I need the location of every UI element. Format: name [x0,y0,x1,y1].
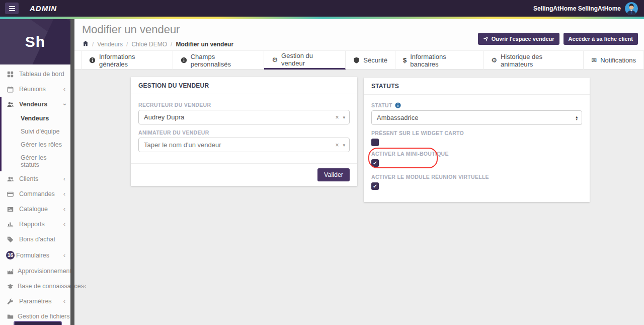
sidebar-item-tableau-de-bord[interactable]: Tableau de bord [0,67,70,82]
hamburger-menu-icon[interactable] [5,3,19,14]
toggle-activer-le-module-r-union-virtuelle: ACTIVER LE MODULE RÉUNION VIRTUELLE✔ [371,174,582,190]
status-select[interactable]: Ambassadrice ▴▾ [371,110,582,125]
checkmark-icon: ✔ [373,184,377,189]
tab-champs-personnalis-s[interactable]: Champs personnalisés [173,51,265,70]
sidebar-item-label: Formulaires [16,252,63,259]
animator-select[interactable]: Taper le nom d'un vendeur × ▾ [138,138,350,152]
toggle-pr-sent-sur-le-widget-carto: PRÉSENT SUR LE WIDGET CARTO [371,130,582,146]
person-avatar-icon [625,2,638,15]
info-icon[interactable] [395,102,401,108]
sidebar-menu: Tableau de bordRéunions‹Vendeurs‹Vendeur… [0,64,70,324]
factory-icon [7,268,14,275]
sidebar-item-rapports[interactable]: Rapports‹ [0,217,70,232]
status-label: STATUT [371,102,392,108]
sidebar-subitem-vendeurs[interactable]: Vendeurs [2,112,70,125]
tab-bar: Informations généralesChamps personnalis… [74,50,644,70]
sidebar: Sh Tableau de bordRéunions‹Vendeurs‹Vend… [0,19,70,325]
users-icon [7,176,15,182]
toggle-label: ACTIVER LA MINI-BOUTIQUE [371,151,582,157]
statuses-card: STATUTS STATUT Ambassadrice ▴▾ PRÉSENT S… [364,78,590,202]
gear-icon: ⚙ [491,57,497,63]
sidebar-item-clients[interactable]: Clients‹ [0,171,70,186]
tab-label: Notifications [600,56,636,64]
tab-informations-bancaires[interactable]: $Informations bancaires [395,51,484,70]
grid-icon [7,71,15,78]
top-navbar: ADMIN SellingAtHome SellingAtHome [0,0,644,17]
sidebar-item-label: Commandes [19,190,63,198]
tab-gestion-du-vendeur[interactable]: ⚙Gestion du vendeur [264,51,346,70]
credit-card-icon [7,191,15,198]
tab-label: Sécurité [363,56,387,64]
checkmark-icon: ✔ [373,161,377,166]
checkbox-checked[interactable]: ✔ [371,182,379,190]
recruiter-select[interactable]: Audrey Dupra × ▾ [138,110,350,124]
recruiter-label: RECRUTEUR DU VENDEUR [138,102,350,108]
chevron-left-icon: ‹ [63,222,65,227]
sidebar-subitem-g-rer-les-r-les[interactable]: Gérer les rôles [2,138,70,151]
sidebar-item-formulaires[interactable]: 16Formulaires‹ [0,247,70,264]
sidebar-bottom-button[interactable] [14,321,62,325]
toggle-label: ACTIVER LE MODULE RÉUNION VIRTUELLE [371,174,582,180]
breadcrumb-vendor-name[interactable]: Chloé DEMO [131,41,167,48]
folder-icon [7,313,14,320]
sidebar-item-base-de-connaissances[interactable]: Base de connaissances‹ [0,279,70,294]
sidebar-item-label: Catalogue [19,206,63,213]
users-icon [7,101,15,108]
chevron-left-icon: ‹ [63,299,65,304]
access-client-file-button[interactable]: Accéder à sa fiche client [564,33,638,45]
breadcrumb-vendeurs[interactable]: Vendeurs [97,41,123,48]
chevron-left-icon: ‹ [63,87,65,92]
paper-plane-icon [483,36,489,42]
user-name[interactable]: SellingAtHome SellingAtHome [533,5,621,12]
toggles-container: PRÉSENT SUR LE WIDGET CARTOACTIVER LA MI… [371,130,582,190]
clear-icon[interactable]: × [335,142,339,149]
sidebar-item-approvisionnement[interactable]: Approvisionnement‹ [0,264,70,279]
clear-icon[interactable]: × [335,114,339,121]
card-title: STATUTS [364,78,590,95]
sidebar-item-label: Gestion de fichiers [18,313,70,320]
logo-text: Sh [25,33,45,50]
checkbox-checked[interactable]: ✔ [371,159,379,167]
sidebar-item-label: Réunions [19,86,63,93]
app-logo[interactable]: Sh [0,19,70,64]
user-avatar[interactable] [625,2,638,15]
tag-icon [7,236,15,243]
tab-notifications[interactable]: ✉Notifications [584,51,644,70]
open-vendor-space-button[interactable]: Ouvrir l'espace vendeur [478,33,559,45]
sidebar-item-label: Bons d'achat [19,236,65,243]
dollar-icon: $ [403,57,407,63]
home-icon[interactable] [83,40,89,48]
main-content: Modifier un vendeur / Vendeurs / Chloé D… [74,19,644,325]
sidebar-scrollbar[interactable] [70,19,74,325]
image-icon [7,206,15,213]
chevron-down-icon: ‹ [62,103,67,105]
sidebar-item-catalogue[interactable]: Catalogue‹ [0,202,70,217]
chart-icon [7,221,15,228]
sidebar-item-bons-d-achat[interactable]: Bons d'achat [0,232,70,247]
validate-button[interactable]: Valider [317,168,350,181]
info-circle-icon [89,57,96,63]
tab-informations-g-n-rales[interactable]: Informations générales [81,51,173,70]
tab-s-curit-[interactable]: Sécurité [346,51,395,70]
shield-icon [353,57,360,63]
info-circle-icon [181,57,187,63]
chevron-down-icon: ▾ [343,115,345,120]
sidebar-subitem-g-rer-les-statuts[interactable]: Gérer les statuts [2,151,70,171]
sidebar-item-commandes[interactable]: Commandes‹ [0,186,70,202]
toggle-label: PRÉSENT SUR LE WIDGET CARTO [371,130,582,136]
checkbox-unchecked[interactable] [371,139,379,146]
app-brand: ADMIN [30,4,57,13]
tab-label: Informations générales [99,53,165,68]
sidebar-subitem-suivi-d-quipe[interactable]: Suivi d'équipe [2,125,70,138]
gear-icon: ⚙ [272,56,278,63]
tab-historique-des-animateurs[interactable]: ⚙Historique des animateurs [484,51,584,70]
page-title: Modifier un vendeur [82,23,180,36]
page-header: Modifier un vendeur / Vendeurs / Chloé D… [74,19,644,50]
chevron-left-icon: ‹ [63,191,65,197]
calendar-icon [7,86,15,93]
sidebar-item-param-tres[interactable]: Paramètres‹ [0,294,70,309]
sidebar-item-label: Clients [19,175,63,182]
sidebar-item-vendeurs[interactable]: Vendeurs‹ [2,97,70,112]
sidebar-item-r-unions[interactable]: Réunions‹ [0,82,70,97]
envelope-icon: ✉ [591,57,597,63]
